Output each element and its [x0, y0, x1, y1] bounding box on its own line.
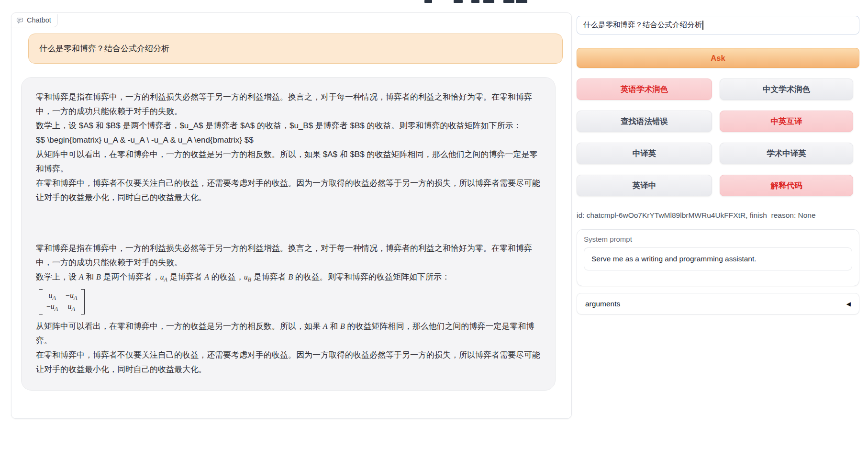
accordion-collapse-icon: ◀ — [846, 301, 851, 307]
matrix-bracket-left — [39, 289, 43, 314]
quick-action-button[interactable]: 英译中 — [577, 175, 712, 196]
block-gap — [36, 205, 541, 241]
arguments-accordion[interactable]: arguments ◀ — [577, 293, 859, 314]
quick-action-button[interactable]: 英语学术润色 — [577, 79, 712, 100]
chatbot-panel: 什么是零和博弈？结合公式介绍分析 零和博弈是指在博弈中，一方的利益损失必然等于另… — [11, 12, 572, 419]
status-text: id: chatcmpl-6wOo7KrYTwMl89lbrMWRu4UkFFX… — [577, 211, 864, 220]
system-prompt-label: System prompt — [584, 235, 852, 243]
bot-paragraph-math: 从矩阵中可以看出，在零和博弈中，一方的收益是另一方的相反数。所以，如果 A 和 … — [36, 319, 541, 348]
quick-action-button[interactable]: 学术中译英 — [720, 143, 853, 164]
matrix-cell: −uA — [66, 291, 77, 302]
bot-paragraph: 在零和博弈中，博弈者不仅要关注自己的收益，还需要考虑对手的收益。因为一方取得的收… — [36, 348, 541, 377]
system-prompt-input[interactable]: Serve me as a writing and programming as… — [584, 247, 852, 270]
bot-paragraph: 从矩阵中可以看出，在零和博弈中，一方的收益是另一方的相反数。所以，如果 $A$ … — [36, 147, 541, 176]
system-prompt-card: System prompt Serve me as a writing and … — [577, 229, 859, 286]
bot-paragraph: 在零和博弈中，博弈者不仅要关注自己的收益，还需要考虑对手的收益。因为一方取得的收… — [36, 176, 541, 205]
bot-paragraph: $$ \begin{bmatrix} u_A & -u_A \ -u_A & u… — [36, 133, 541, 147]
quick-action-button[interactable]: 中译英 — [577, 143, 712, 164]
bot-paragraph: 数学上，设 $A$ 和 $B$ 是两个博弈者，$u_A$ 是博弈者 $A$ 的收… — [36, 119, 541, 133]
chatbot-label: Chatbot — [11, 14, 58, 27]
quick-action-button[interactable]: 中英互译 — [720, 111, 853, 132]
matrix-cell: uA — [46, 291, 58, 302]
bot-paragraph-math: 数学上，设 A 和 B 是两个博弈者，uA 是博弈者 A 的收益，uB 是博弈者… — [36, 270, 541, 287]
quick-action-button[interactable]: 中文学术润色 — [720, 79, 853, 100]
ask-button[interactable]: Ask — [577, 48, 859, 68]
chatbot-label-text: Chatbot — [27, 16, 51, 24]
bot-paragraph: 零和博弈是指在博弈中，一方的利益损失必然等于另一方的利益增益。换言之，对于每一种… — [36, 90, 541, 119]
system-prompt-value: Serve me as a writing and programming as… — [591, 255, 757, 263]
user-message-text: 什么是零和博弈？结合公式介绍分析 — [39, 44, 169, 53]
user-message-bubble: 什么是零和博弈？结合公式介绍分析 — [28, 34, 563, 64]
bot-paragraph: 零和博弈是指在博弈中，一方的利益损失必然等于另一方的利益增益。换言之，对于每一种… — [36, 241, 541, 270]
bot-rendered-block: 零和博弈是指在博弈中，一方的利益损失必然等于另一方的利益增益。换言之，对于每一种… — [36, 241, 541, 377]
arguments-accordion-label: arguments — [585, 300, 620, 308]
chat-bubble-icon — [16, 17, 23, 24]
matrix-cell: uA — [66, 302, 77, 313]
matrix-cell: −uA — [46, 302, 58, 313]
quick-action-button[interactable]: 解释代码 — [720, 175, 853, 196]
user-message-row: 什么是零和博弈？结合公式介绍分析 — [28, 34, 563, 64]
text-cursor — [702, 21, 703, 30]
payoff-matrix: uA−uA−uAuA — [39, 289, 85, 314]
prompt-input-value: 什么是零和博弈？结合公式介绍分析 — [583, 20, 702, 30]
bot-message-bubble: 零和博弈是指在博弈中，一方的利益损失必然等于另一方的利益增益。换言之，对于每一种… — [21, 77, 556, 391]
matrix-bracket-right — [81, 289, 85, 314]
quick-action-button[interactable]: 查找语法错误 — [577, 111, 712, 132]
bot-message-row: 零和博弈是指在博弈中，一方的利益损失必然等于另一方的利益增益。换言之，对于每一种… — [21, 77, 556, 391]
chatbot-message-area[interactable]: 什么是零和博弈？结合公式介绍分析 零和博弈是指在博弈中，一方的利益损失必然等于另… — [11, 13, 571, 418]
bot-raw-latex-block: 零和博弈是指在博弈中，一方的利益损失必然等于另一方的利益增益。换言之，对于每一种… — [36, 90, 541, 205]
prompt-input[interactable]: 什么是零和博弈？结合公式介绍分析 — [577, 16, 859, 34]
